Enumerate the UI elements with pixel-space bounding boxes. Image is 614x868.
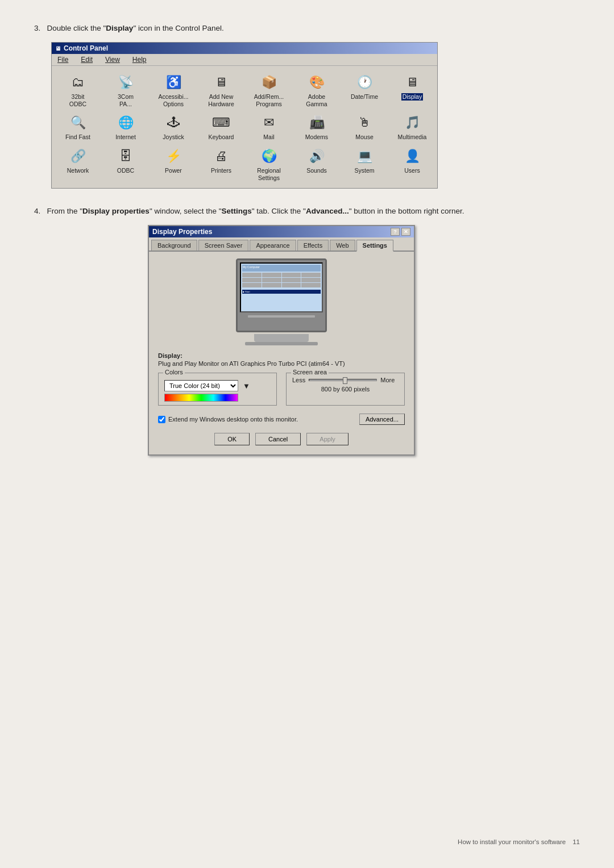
display-bold: Display	[106, 24, 133, 32]
dp-extend-label: Extend my Windows desktop onto this moni…	[158, 416, 298, 423]
dp-pixels-text: 800 by 600 pixels	[292, 386, 399, 393]
cp-item-mail[interactable]: ✉ Mail	[248, 112, 289, 142]
cp-icon-adobe-gamma: 🎨	[307, 73, 326, 92]
cp-item-internet[interactable]: 🌐 Internet	[105, 112, 146, 142]
cp-icon-date-time: 🕐	[355, 73, 374, 92]
cp-label-mail: Mail	[263, 133, 274, 141]
control-panel-menubar: File Edit View Help	[52, 54, 437, 66]
cp-icon-network: 🔗	[68, 147, 88, 166]
cp-item-regional[interactable]: 🌍 RegionalSettings	[248, 145, 289, 182]
control-panel-titlebar: 🖥 Control Panel	[52, 43, 437, 54]
menu-view[interactable]: View	[103, 55, 122, 64]
display-properties-bold: Display properties	[82, 207, 150, 215]
tab-background[interactable]: Background	[151, 240, 197, 251]
dp-screen-area-section: Screen area Less More 800 by 600 pixels	[286, 373, 405, 406]
cp-label-network: Network	[67, 167, 89, 174]
dp-colors-select[interactable]: True Color (24 bit)	[164, 380, 238, 391]
cp-icon-power: ⚡	[164, 147, 183, 166]
cp-item-find-fast[interactable]: 🔍 Find Fast	[57, 112, 98, 142]
advanced-bold: Advanced...	[306, 207, 349, 215]
cp-label-mouse: Mouse	[355, 133, 374, 141]
dp-tabs-row: Background Screen Saver Appearance Effec…	[149, 237, 414, 252]
cp-item-modems[interactable]: 📠 Modems	[296, 112, 337, 142]
cp-icon-find-fast: 🔍	[68, 113, 88, 132]
cp-label-adobe-gamma: AdobeGamma	[306, 93, 327, 107]
cp-icon-sounds: 🔊	[307, 147, 326, 166]
cp-label-3com: 3ComPA...	[118, 93, 134, 107]
tab-appearance[interactable]: Appearance	[250, 240, 296, 251]
monitor-preview: My Computer	[158, 258, 405, 345]
cp-icon-users: 👤	[403, 147, 422, 166]
cp-icon-mouse: 🖱	[355, 113, 374, 132]
cp-label-keyboard: Keyboard	[209, 133, 234, 141]
cp-icon-mail: ✉	[259, 113, 279, 132]
cp-item-add-hardware[interactable]: 🖥 Add NewHardware	[201, 72, 242, 108]
dp-advanced-button[interactable]: Advanced...	[359, 414, 405, 425]
cp-icon-multimedia: 🎵	[403, 113, 422, 132]
tab-screen-saver[interactable]: Screen Saver	[198, 240, 249, 251]
cp-label-users: Users	[404, 167, 420, 174]
dp-close-button[interactable]: ✕	[401, 228, 410, 236]
cp-item-32bit[interactable]: 🗂 32bitODBC	[57, 72, 98, 108]
monitor-outer: My Computer	[236, 258, 327, 332]
cp-item-accessibility[interactable]: ♿ Accessibi...Options	[153, 72, 194, 108]
cp-label-add-hardware: Add NewHardware	[208, 93, 234, 107]
footer-page-number: 11	[572, 838, 580, 845]
cp-label-system: System	[354, 167, 374, 174]
cp-label-date-time: Date/Time	[351, 93, 378, 101]
dp-help-button[interactable]: ?	[391, 228, 400, 236]
step-4-text: 4. From the "Display properties" window,…	[34, 206, 580, 217]
cp-icon-32bit: 🗂	[68, 73, 88, 92]
dp-body: My Computer	[149, 252, 414, 454]
cp-label-sounds: Sounds	[306, 167, 327, 174]
cp-item-adobe-gamma[interactable]: 🎨 AdobeGamma	[296, 72, 337, 108]
monitor-base	[245, 342, 318, 345]
cp-label-multimedia: Multimedia	[398, 133, 427, 141]
cp-label-printers: Printers	[211, 167, 231, 174]
dp-colors-section: Colors True Color (24 bit) ▼	[158, 373, 277, 406]
cp-item-keyboard[interactable]: ⌨ Keyboard	[201, 112, 242, 142]
step-4: 4. From the "Display properties" window,…	[34, 206, 580, 456]
menu-file[interactable]: File	[55, 55, 70, 64]
cp-item-add-remove[interactable]: 📦 Add/Rem...Programs	[248, 72, 289, 108]
dp-color-bar	[164, 394, 238, 402]
cp-label-regional: RegionalSettings	[257, 167, 280, 181]
dp-slider-thumb	[343, 377, 347, 384]
cp-item-multimedia[interactable]: 🎵 Multimedia	[392, 112, 433, 142]
cp-icon-internet: 🌐	[116, 113, 135, 132]
dp-colors-title: Colors	[163, 369, 185, 375]
cp-item-date-time[interactable]: 🕐 Date/Time	[344, 72, 385, 108]
menu-help[interactable]: Help	[130, 55, 149, 64]
tab-effects[interactable]: Effects	[297, 240, 329, 251]
footer: How to install your monitor's software 1…	[458, 838, 580, 845]
control-panel-title: Control Panel	[64, 44, 108, 52]
cp-item-sounds[interactable]: 🔊 Sounds	[296, 145, 337, 182]
cp-item-mouse[interactable]: 🖱 Mouse	[344, 112, 385, 142]
cp-icon-modems: 📠	[307, 113, 326, 132]
cp-item-display[interactable]: 🖥 Display	[392, 72, 433, 108]
cp-icon-system: 💻	[355, 147, 374, 166]
cp-icon-3com: 📡	[116, 73, 135, 92]
cp-item-network[interactable]: 🔗 Network	[57, 145, 98, 182]
dp-screen-slider[interactable]	[309, 379, 377, 381]
control-panel-window: 🖥 Control Panel File Edit View Help 🗂 32…	[51, 42, 438, 189]
cp-item-users[interactable]: 👤 Users	[392, 145, 433, 182]
dp-dropdown-arrow[interactable]: ▼	[243, 382, 250, 390]
cp-item-system[interactable]: 💻 System	[344, 145, 385, 182]
tab-web[interactable]: Web	[330, 240, 355, 251]
cp-item-3com[interactable]: 📡 3ComPA...	[105, 72, 146, 108]
cp-item-odbc[interactable]: 🗄 ODBC	[105, 145, 146, 182]
cp-label-internet: Internet	[115, 133, 136, 141]
cp-item-printers[interactable]: 🖨 Printers	[201, 145, 242, 182]
tab-settings[interactable]: Settings	[356, 240, 393, 252]
dp-colors-row: True Color (24 bit) ▼	[164, 380, 271, 391]
dp-more-label: More	[380, 377, 395, 383]
dp-cancel-button[interactable]: Cancel	[255, 433, 301, 445]
dp-ok-button[interactable]: OK	[214, 433, 250, 445]
menu-edit[interactable]: Edit	[78, 55, 95, 64]
dp-apply-button[interactable]: Apply	[306, 433, 349, 445]
cp-item-power[interactable]: ⚡ Power	[153, 145, 194, 182]
cp-item-joystick[interactable]: 🕹 Joystick	[153, 112, 194, 142]
dp-display-label: Display:	[158, 352, 405, 359]
dp-extend-checkbox[interactable]	[158, 416, 165, 423]
